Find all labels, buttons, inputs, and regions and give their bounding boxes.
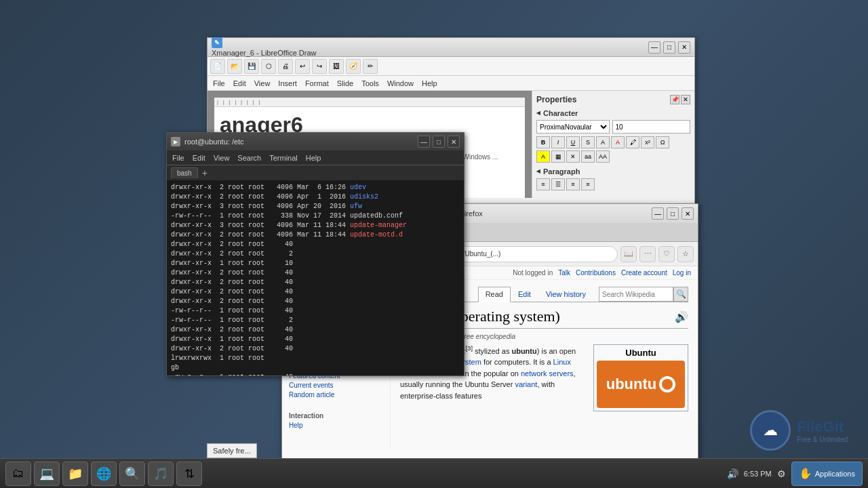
export-btn[interactable]: ⬡ (261, 59, 276, 74)
align-left-btn[interactable]: ≡ (536, 178, 550, 190)
talk-link[interactable]: Talk (558, 269, 570, 277)
menu-insert[interactable]: Insert (278, 79, 297, 87)
taskbar-network-btn[interactable]: ⇅ (176, 462, 202, 486)
shadow-btn[interactable]: A (596, 136, 610, 148)
taskbar-apps-btn[interactable]: ✋ Applications (791, 462, 863, 486)
highlight-btn[interactable]: 🖍 (626, 136, 639, 148)
undo-btn[interactable]: ↩ (295, 59, 310, 74)
close-button[interactable]: ✕ (678, 41, 690, 54)
terminal-content[interactable]: drwxr-xr-x 2 root root 4096 Mar 6 16:26 … (167, 180, 464, 375)
term-menu-search[interactable]: Search (237, 154, 261, 162)
firefox-minimize[interactable]: — (652, 207, 664, 220)
firefox-close[interactable]: ✕ (682, 207, 694, 220)
image-box-title: Ubuntu (597, 348, 685, 358)
term-menu-view[interactable]: View (214, 154, 230, 162)
open-btn[interactable]: 📂 (227, 59, 242, 74)
font-color-btn[interactable]: A (611, 136, 625, 148)
border-btn[interactable]: ▦ (551, 150, 565, 163)
menu-slide[interactable]: Slide (337, 79, 353, 87)
taskbar-browser-btn[interactable]: 🌐 (91, 462, 117, 486)
menu-tools[interactable]: Tools (361, 79, 379, 87)
wiki-search-input[interactable] (599, 287, 673, 302)
bold-btn[interactable]: B (536, 136, 550, 148)
clear-btn[interactable]: ✕ (566, 150, 580, 163)
create-account-link[interactable]: Create account (621, 269, 667, 277)
terminal-controls: — □ ✕ (418, 136, 460, 148)
save-btn[interactable]: 💾 (244, 59, 259, 74)
underline-btn[interactable]: U (566, 136, 580, 148)
minimize-button[interactable]: — (648, 41, 660, 54)
star-btn[interactable]: ☆ (677, 246, 694, 262)
bgcolor-btn[interactable]: A (536, 150, 550, 163)
draw-btn[interactable]: ✏ (363, 59, 378, 74)
taskbar-files-btn[interactable]: 🗂 (5, 462, 31, 486)
audio-icon[interactable]: 🔊 (675, 310, 688, 323)
chars-btn[interactable]: Ω (656, 136, 669, 148)
settings-icon[interactable]: ⚙ (777, 468, 786, 479)
edit-tab[interactable]: Edit (511, 287, 538, 302)
link-ufw[interactable]: ufw (350, 203, 362, 210)
wiki-random-link[interactable]: Random article (289, 391, 383, 399)
term-menu-help[interactable]: Help (306, 154, 321, 162)
print-btn[interactable]: 🖨 (278, 59, 293, 74)
redo-btn[interactable]: ↪ (312, 59, 327, 74)
terminal-line: drwxr-xr-x 2 root root 40 (171, 287, 460, 297)
firefox-maximize[interactable]: □ (667, 207, 679, 220)
link-udev[interactable]: udev (350, 184, 366, 191)
variant-link[interactable]: variant (515, 380, 537, 388)
filegit-text-area: FileGit Free & Unlimited (797, 418, 848, 443)
new-btn[interactable]: 📄 (210, 59, 225, 74)
contributions-link[interactable]: Contributions (576, 269, 616, 277)
taskbar-clock-area: 🔊 6:53 PM ⚙ ✋ Applications (727, 462, 863, 486)
safely-free-text: Safely fre... (213, 447, 251, 455)
taskbar-music-btn[interactable]: 🎵 (148, 462, 174, 486)
font-name-select[interactable]: ProximaNovaular (536, 120, 610, 134)
properties-pin-btn[interactable]: 📌 (670, 95, 679, 104)
terminal-maximize[interactable]: □ (433, 136, 445, 148)
strikethrough-btn[interactable]: S (581, 136, 595, 148)
taskbar-terminal-btn[interactable]: 💻 (34, 462, 60, 486)
menu-format[interactable]: Format (305, 79, 329, 87)
wiki-current-events-link[interactable]: Current events (289, 382, 383, 389)
terminal-tab[interactable]: bash (171, 167, 198, 178)
menu-window[interactable]: Window (387, 79, 414, 87)
gallery-btn[interactable]: 🖼 (329, 59, 344, 74)
font-size-input[interactable] (612, 120, 691, 134)
italic-btn[interactable]: I (551, 136, 565, 148)
menu-btn[interactable]: ⋯ (639, 246, 656, 262)
properties-close-btn[interactable]: ✕ (681, 95, 690, 104)
menu-help[interactable]: Help (422, 79, 437, 87)
align-justify-btn[interactable]: ≡ (581, 178, 595, 190)
align-right-btn[interactable]: ≡ (566, 178, 580, 190)
wiki-search-btn[interactable]: 🔍 (673, 287, 688, 302)
volume-icon[interactable]: 🔊 (727, 468, 738, 479)
maximize-button[interactable]: □ (663, 41, 675, 54)
aa-btn[interactable]: aa (581, 150, 595, 163)
view-history-tab[interactable]: View history (538, 287, 593, 302)
menu-edit[interactable]: Edit (233, 79, 246, 87)
bookmark-btn[interactable]: ♡ (658, 246, 675, 262)
read-tab[interactable]: Read (478, 287, 511, 302)
aa2-btn[interactable]: AA (596, 150, 610, 163)
new-tab-btn[interactable]: + (198, 167, 212, 178)
align-center-btn[interactable]: ☰ (551, 178, 565, 190)
link-update-manager[interactable]: update-manager (350, 222, 407, 229)
network-servers-link[interactable]: network servers (521, 369, 574, 378)
reader-btn[interactable]: 📖 (620, 246, 637, 262)
term-menu-edit[interactable]: Edit (193, 154, 205, 162)
taskbar-search-btn[interactable]: 🔍 (119, 462, 145, 486)
log-in-link[interactable]: Log in (673, 269, 691, 277)
navigator-btn[interactable]: 🧭 (346, 59, 361, 74)
link-update-motd[interactable]: update-motd.d (350, 231, 403, 239)
terminal-minimize[interactable]: — (418, 136, 430, 148)
supscript-btn[interactable]: x² (641, 136, 654, 148)
menu-view[interactable]: View (254, 79, 271, 87)
term-menu-terminal[interactable]: Terminal (269, 154, 298, 162)
menu-file[interactable]: File (213, 79, 225, 87)
font-style-row: B I U S A A 🖍 x² Ω (536, 136, 690, 148)
wiki-help-link[interactable]: Help (289, 422, 383, 429)
term-menu-file[interactable]: File (172, 154, 184, 162)
terminal-close[interactable]: ✕ (448, 136, 460, 148)
link-udisks2[interactable]: udisks2 (350, 193, 378, 201)
taskbar-folder-btn[interactable]: 📁 (62, 462, 88, 486)
